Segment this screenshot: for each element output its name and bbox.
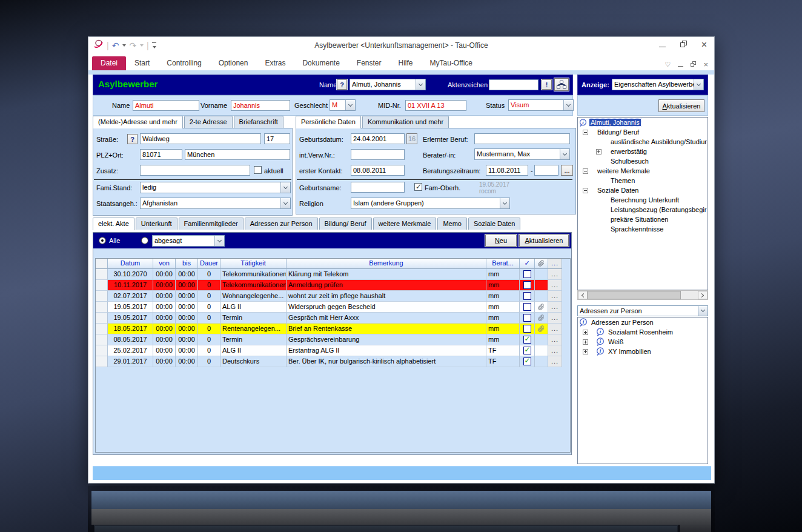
tab-unterkunft[interactable]: Unterkunft xyxy=(136,218,177,230)
chevron-down-icon[interactable] xyxy=(694,79,703,90)
tree-item-berechnung-unterkunft[interactable]: Berechnung Unterkunft xyxy=(578,195,708,205)
column-header-more[interactable]: ... xyxy=(548,259,562,269)
geburtsname-input[interactable] xyxy=(351,182,405,193)
row-done-checkbox[interactable] xyxy=(523,314,531,322)
tree-horizontal-scrollbar[interactable] xyxy=(577,290,708,300)
verwnr-input[interactable] xyxy=(351,149,405,160)
paperclip-icon[interactable] xyxy=(535,259,548,269)
row-selector[interactable] xyxy=(96,280,108,291)
row-selector[interactable] xyxy=(96,345,108,356)
akte-row[interactable]: 02.07.201700:0000:000Wohnangelegenhe...w… xyxy=(96,291,562,302)
aktualisieren-button[interactable]: Aktualisieren xyxy=(519,234,569,247)
berater-combo[interactable]: Mustermann, Max xyxy=(474,148,570,160)
menu-item-controlling[interactable]: Controlling xyxy=(158,56,210,70)
record-name-combo[interactable]: Almuti, Johannis xyxy=(350,79,426,90)
row-actions-button[interactable]: ... xyxy=(548,334,562,345)
tab-familienmitglieder[interactable]: Familienmitglieder xyxy=(179,218,244,230)
scroll-left-icon[interactable] xyxy=(578,291,588,299)
favorites-heart-icon[interactable]: ♡ xyxy=(665,61,671,68)
tree-item-wei[interactable]: iWeiß xyxy=(578,337,708,347)
tree-item-erwerbst-tig[interactable]: erwerbstätig xyxy=(578,147,708,156)
menu-item-hilfe[interactable]: Hilfe xyxy=(390,56,422,70)
menu-item-fenster[interactable]: Fenster xyxy=(348,56,390,70)
column-header-check[interactable]: ✓ xyxy=(520,259,535,269)
akte-row[interactable]: 19.05.201700:0000:000ALG IIWiderspruch g… xyxy=(96,302,562,313)
tab-melde-adresse-und-mehr[interactable]: (Melde-)Adresse und mehr xyxy=(93,116,183,128)
name-input[interactable]: Almuti xyxy=(133,100,199,111)
zeitraum-bis-input[interactable] xyxy=(534,165,558,176)
tree-item-prek-re-situationen[interactable]: prekäre Situationen xyxy=(578,214,708,224)
row-actions-button[interactable]: ... xyxy=(548,313,562,324)
tree-expander-minus-icon[interactable] xyxy=(583,188,588,193)
tree-item-adressen-zur-person[interactable]: iAdressen zur Person xyxy=(578,318,708,327)
tree-item-leistungsbezug-beratungsbegir[interactable]: Leistungsbezug (Beratungsbegir xyxy=(578,205,708,214)
strasse-help-button[interactable]: ? xyxy=(127,134,138,144)
tree-item-sprachkenntnisse[interactable]: Sprachkenntnisse xyxy=(578,224,708,234)
zusatz-input[interactable] xyxy=(140,165,250,176)
restore-icon[interactable] xyxy=(680,41,687,48)
tree-item-weitere-merkmale[interactable]: weitere Merkmale xyxy=(578,166,708,176)
chevron-down-icon[interactable] xyxy=(280,198,290,208)
chevron-down-icon[interactable] xyxy=(416,79,425,90)
row-actions-button[interactable]: ... xyxy=(548,345,562,356)
menu-item-start[interactable]: Start xyxy=(126,56,158,70)
akte-row[interactable]: 25.02.201700:0000:000ALG IIErstantrag AL… xyxy=(96,345,562,356)
chevron-down-icon[interactable] xyxy=(563,100,573,110)
beruf-input[interactable] xyxy=(474,133,570,144)
row-done-checkbox[interactable] xyxy=(523,270,531,278)
tree-expander-plus-icon[interactable] xyxy=(583,330,588,335)
column-header-von[interactable]: von xyxy=(153,259,176,269)
row-done-checkbox[interactable] xyxy=(523,357,531,365)
row-actions-button[interactable]: ... xyxy=(548,302,562,313)
orgchart-button[interactable] xyxy=(554,78,569,91)
chevron-down-icon[interactable] xyxy=(214,236,224,246)
famoberh-checkbox[interactable] xyxy=(414,183,422,191)
scroll-right-icon[interactable] xyxy=(698,291,708,299)
filter-alle-radio[interactable] xyxy=(99,237,106,244)
tab-elekt-akte[interactable]: elekt. Akte xyxy=(93,218,134,230)
tab-soziale-daten[interactable]: Soziale Daten xyxy=(468,218,521,230)
row-actions-button[interactable]: ... xyxy=(548,356,562,367)
column-header-bis[interactable]: bis xyxy=(176,259,198,269)
status-combo[interactable]: Visum xyxy=(508,99,574,111)
religion-combo[interactable]: Islam (andere Gruppen) xyxy=(351,198,510,209)
tree-expander-plus-icon[interactable] xyxy=(596,149,602,155)
mid-input[interactable]: 01 XVII A 13 xyxy=(405,100,466,111)
akte-row[interactable]: 10.11.201700:0000:000Telekommunikationen… xyxy=(96,280,562,291)
row-actions-button[interactable]: ... xyxy=(548,324,562,334)
tab-memo[interactable]: Memo xyxy=(437,218,467,230)
row-actions-button[interactable]: ... xyxy=(548,269,562,280)
alert-button[interactable]: ! xyxy=(542,79,552,90)
akte-row[interactable]: 18.05.201700:0000:000Rentenangelegen...B… xyxy=(96,324,562,334)
geburtsdatum-input[interactable]: 24.04.2001 xyxy=(351,133,405,144)
column-header-berat[interactable]: Berat... xyxy=(486,259,520,269)
tab-2-te-adresse[interactable]: 2-te Adresse xyxy=(184,116,233,128)
tree-item-bildung-beruf[interactable]: Bildung/ Beruf xyxy=(578,127,708,137)
aktuell-checkbox[interactable] xyxy=(254,166,262,174)
kontakt-input[interactable]: 08.08.2011 xyxy=(351,165,405,176)
zeitraum-von-input[interactable]: 11.08.2011 xyxy=(486,165,528,176)
tab-pers-nliche-daten[interactable]: Persönliche Daten xyxy=(296,116,361,128)
row-selector[interactable] xyxy=(96,269,108,280)
anzeige-combo[interactable]: Eigenschaften Asylbewerbe xyxy=(612,79,704,90)
akte-row[interactable]: 19.05.201700:0000:000TerminGespräch mit … xyxy=(96,313,562,324)
address-tree-combo[interactable]: Adressen zur Person xyxy=(577,305,708,316)
row-selector[interactable] xyxy=(96,356,108,367)
akte-row[interactable]: 08.05.201700:0000:000TerminGesprächsvere… xyxy=(96,334,562,345)
tree-expander-plus-icon[interactable] xyxy=(583,349,588,354)
plz-input[interactable]: 81071 xyxy=(140,149,182,160)
akte-row[interactable]: 29.01.201700:0000:000DeutschkursBer. Übe… xyxy=(96,356,562,367)
chevron-down-icon[interactable] xyxy=(698,306,708,316)
tree-item-ausl-ndische-ausbildung-studiur[interactable]: ausländische Ausbildung/Studiur xyxy=(578,137,708,147)
tree-expander-minus-icon[interactable] xyxy=(583,168,588,174)
tab-briefanschrift[interactable]: Briefanschrift xyxy=(234,116,283,128)
hausnummer-input[interactable]: 17 xyxy=(264,133,290,144)
tab-weitere-merkmale[interactable]: weitere Merkmale xyxy=(373,218,437,230)
row-selector[interactable] xyxy=(96,291,108,302)
tree-item-sozialamt-rosenheim[interactable]: iSozialamt Rosenheim xyxy=(578,327,708,337)
row-done-checkbox[interactable] xyxy=(523,347,531,354)
tree-item-themen[interactable]: Themen xyxy=(578,176,708,185)
child-minimize-icon[interactable] xyxy=(678,61,683,68)
row-selector[interactable] xyxy=(96,324,108,334)
tree-item-soziale-daten[interactable]: Soziale Daten xyxy=(578,185,708,195)
